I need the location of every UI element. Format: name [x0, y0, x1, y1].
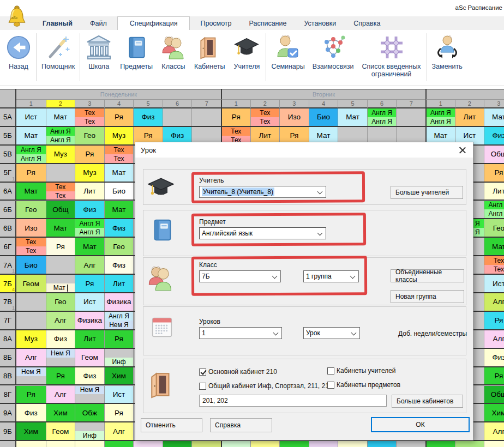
- timetable-cell[interactable]: Ря: [484, 367, 504, 385]
- close-icon[interactable]: [458, 145, 467, 155]
- row-label-5А[interactable]: 5А: [0, 108, 16, 126]
- timetable-cell[interactable]: Био: [104, 183, 134, 200]
- timetable-cell[interactable]: Хим: [16, 422, 46, 440]
- timetable-cell[interactable]: ТехТех: [250, 108, 280, 126]
- tab-Файл[interactable]: Файл: [83, 16, 114, 30]
- ribbon-button-door[interactable]: Кабинеты: [190, 31, 229, 70]
- ribbon-button-book[interactable]: Предметы: [116, 31, 157, 70]
- ribbon-button-links[interactable]: Взаимосвязи: [309, 31, 358, 70]
- timetable-cell[interactable]: Мат: [46, 275, 75, 292]
- timetable-cell[interactable]: Нем Я: [75, 386, 104, 403]
- add-weeks-semesters-link[interactable]: Доб. недели/семестры: [398, 330, 467, 337]
- row-label-9А[interactable]: 9А: [0, 404, 16, 421]
- row-label-7В[interactable]: 7В1: [0, 293, 16, 311]
- timetable-cell[interactable]: Мат: [16, 183, 46, 200]
- timetable-cell[interactable]: Физ: [46, 330, 75, 348]
- timetable-cell[interactable]: Био: [309, 108, 338, 126]
- new-group-button[interactable]: Новая группа: [391, 290, 464, 303]
- timetable-cell[interactable]: Лит: [75, 183, 104, 200]
- dialog-titlebar[interactable]: Урок: [135, 142, 473, 158]
- timetable-cell[interactable]: Лит: [75, 330, 104, 348]
- subject-combobox[interactable]: Английский язык: [199, 227, 326, 239]
- rooms-field[interactable]: 201, 202: [199, 395, 387, 407]
- help-button[interactable]: Справка: [210, 418, 272, 432]
- teacher-combobox[interactable]: Учитель_8 (Учитель_8): [199, 186, 326, 198]
- timetable-cell[interactable]: Мат: [484, 238, 504, 255]
- timetable-cell[interactable]: Англ ЯАнгл Я: [484, 201, 504, 219]
- timetable-cell[interactable]: Муз: [104, 127, 134, 144]
- timetable-cell[interactable]: ТехТех: [46, 183, 75, 200]
- timetable-cell[interactable]: Мат: [104, 164, 134, 182]
- timetable-cell[interactable]: Хим: [104, 367, 134, 385]
- timetable-cell[interactable]: Гео: [75, 127, 104, 144]
- timetable-cell[interactable]: Нем Я: [46, 349, 75, 366]
- timetable-cell[interactable]: Ист: [104, 386, 134, 403]
- row-label-5В[interactable]: 5В: [0, 146, 16, 163]
- timetable-cell[interactable]: Геом: [75, 349, 104, 366]
- timetable-cell[interactable]: Англ ЯНем Я: [104, 312, 134, 329]
- timetable-cell[interactable]: Обж: [75, 404, 104, 421]
- timetable-cell[interactable]: Англ ЯАнгл Я: [425, 108, 455, 126]
- row-label-5Г[interactable]: 5Г1: [0, 164, 16, 182]
- row-label-5Б[interactable]: 5Б: [0, 127, 16, 144]
- timetable-cell[interactable]: Мат: [104, 201, 134, 219]
- timetable-cell[interactable]: Физ: [133, 108, 163, 126]
- timetable-cell[interactable]: Мат: [75, 238, 104, 255]
- timetable-cell[interactable]: Алг: [484, 293, 504, 311]
- ribbon-button-constraints[interactable]: Список введенных ограничений: [358, 31, 425, 78]
- timetable-cell[interactable]: ТехТех: [104, 146, 134, 163]
- timetable-cell[interactable]: Инф: [75, 422, 104, 440]
- timetable-cell[interactable]: Муз: [16, 330, 46, 348]
- timetable-cell[interactable]: Мат: [338, 108, 367, 126]
- timetable-cell[interactable]: Общ: [484, 146, 504, 163]
- timetable-cell[interactable]: Лит: [104, 275, 134, 292]
- ribbon-button-gradcap[interactable]: Учителя: [229, 31, 265, 70]
- timetable-cell[interactable]: Англ ЯАнгл Я: [75, 219, 104, 237]
- timetable-cell[interactable]: Англ ЯАнгл Я: [367, 108, 397, 126]
- timetable-cell[interactable]: [16, 312, 46, 329]
- row-label-6Б[interactable]: 6Б: [0, 201, 16, 219]
- timetable-cell[interactable]: Мат: [16, 127, 46, 144]
- timetable-cell[interactable]: Лит: [455, 108, 484, 126]
- timetable-cell[interactable]: Гео: [484, 219, 504, 237]
- ribbon-button-seminar[interactable]: Семинары: [267, 31, 308, 70]
- tab-Справка[interactable]: Справка: [346, 16, 387, 30]
- lesson-type-combobox[interactable]: Урок: [303, 327, 360, 339]
- timetable-cell[interactable]: [396, 108, 425, 126]
- timetable-cell[interactable]: [163, 108, 192, 126]
- timetable-cell[interactable]: Мат: [46, 219, 75, 237]
- timetable-cell[interactable]: Алг: [484, 330, 504, 348]
- timetable-cell[interactable]: ТехТех: [75, 108, 104, 126]
- timetable-cell[interactable]: Физ: [75, 367, 104, 385]
- timetable-cell[interactable]: Геом: [16, 275, 46, 292]
- timetable-cell[interactable]: Гео: [16, 201, 46, 219]
- timetable-cell[interactable]: Ря: [16, 386, 46, 403]
- timetable-cell[interactable]: Физ: [75, 201, 104, 219]
- tab-Спецификация[interactable]: Спецификация: [117, 16, 190, 30]
- subject-rooms-checkbox[interactable]: Кабинеты предметов: [327, 381, 400, 389]
- timetable-cell[interactable]: Алг: [46, 312, 75, 329]
- row-label-6В[interactable]: 6В: [0, 219, 16, 237]
- timetable-cell[interactable]: Инф: [104, 349, 134, 366]
- timetable-cell[interactable]: Лит: [484, 183, 504, 200]
- row-label-7Б[interactable]: 7Б4: [0, 275, 16, 292]
- timetable-cell[interactable]: Физика: [75, 312, 104, 329]
- timetable-cell[interactable]: Физика: [104, 293, 134, 311]
- timetable-cell[interactable]: Муз: [75, 164, 104, 182]
- timetable-cell[interactable]: Ря: [221, 108, 250, 126]
- timetable-cell[interactable]: Физ: [484, 349, 504, 366]
- more-rooms-button[interactable]: Больше кабинетов: [392, 395, 463, 408]
- teachers-rooms-checkbox[interactable]: Кабинеты учителей: [327, 367, 396, 374]
- timetable-cell[interactable]: Алг: [104, 422, 134, 440]
- timetable-cell[interactable]: Ря: [46, 238, 75, 255]
- timetable-cell[interactable]: Ря: [46, 367, 75, 385]
- timetable-cell[interactable]: Ря: [484, 312, 504, 329]
- timetable-cell[interactable]: Ря: [75, 275, 104, 292]
- timetable-cell[interactable]: Физ: [104, 219, 134, 237]
- timetable-cell[interactable]: Общ: [46, 201, 75, 219]
- row-label-8В[interactable]: 8В: [0, 367, 16, 385]
- tab-Расписание[interactable]: Расписание: [242, 16, 294, 30]
- ribbon-button-back[interactable]: Назад: [2, 31, 35, 70]
- timetable-cell[interactable]: Гео: [46, 293, 75, 311]
- tab-Просмотр[interactable]: Просмотр: [193, 16, 238, 30]
